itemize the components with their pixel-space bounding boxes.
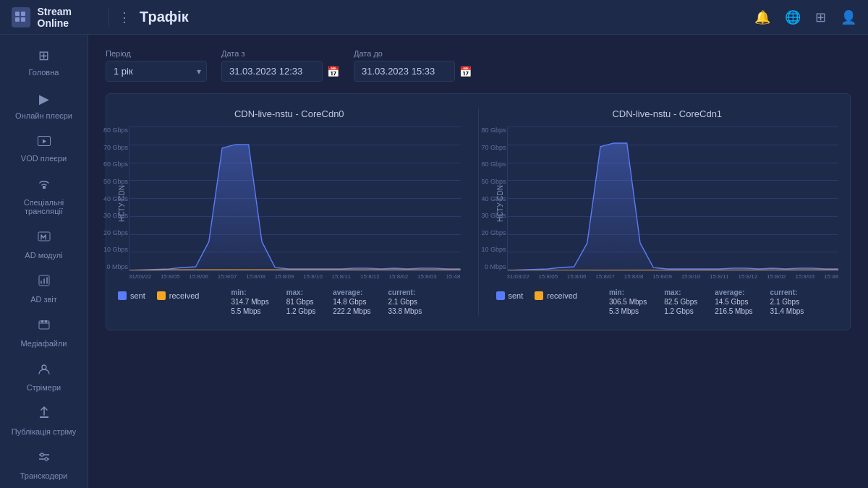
svg-rect-1	[21, 12, 25, 16]
svg-point-11	[42, 365, 46, 369]
sidebar-item-ad-modules[interactable]: AD модулі	[0, 223, 88, 267]
sent-label: sent	[130, 291, 145, 300]
received-dot	[157, 291, 166, 300]
sidebar-item-transcoders[interactable]: Транскодери	[0, 443, 88, 487]
sidebar-item-vod-players[interactable]: VOD плеєри	[0, 127, 88, 170]
chart-cdn1-area-wrap: НСТУ CDN 0 Mbps 10 Gbps 20 Gbps 30 Gbps …	[496, 127, 839, 280]
date-to-group: Дата до 📅	[354, 49, 472, 82]
sent-label: sent	[509, 291, 524, 300]
header-divider	[109, 7, 109, 27]
chart-cdn1-stats: min: 306.5 Mbps 5.3 Mbps max: 82.5 Gbps …	[592, 288, 804, 315]
sidebar-item-label: Публікація стріму	[12, 427, 76, 436]
stat-min: min: 314.7 Mbps 5.5 Mbps	[231, 288, 268, 315]
sidebar-item-home[interactable]: ⊞ Головна	[0, 40, 88, 84]
recv-current: 31.4 Mbps	[770, 307, 804, 315]
date-to-label: Дата до	[354, 49, 472, 58]
date-to-input-wrap: 📅	[354, 61, 472, 82]
sent-dot	[118, 291, 127, 300]
chart-cdn1-x-labels: 31/03/22 15:8/05 15:8/06 15:8/07 15:8/08…	[507, 273, 839, 280]
svg-rect-0	[15, 12, 20, 16]
sidebar-item-label: VOD плеєри	[21, 154, 67, 163]
header: Stream Online ⋮ Трафік 🔔 🌐 ⊞ 👤	[0, 0, 868, 35]
chart-cdn0-legend: sent received	[118, 291, 199, 300]
sidebar-item-label: Стрімери	[27, 383, 61, 392]
stat-max: max: 81 Gbps 1.2 Gbps	[286, 288, 316, 315]
chart-cdn0-stats: min: 314.7 Mbps 5.5 Mbps max: 81 Gbps 1.…	[213, 288, 422, 315]
stat-current: current: 2.1 Gbps 33.8 Mbps	[388, 288, 422, 315]
sidebar-item-label: Спеціальні трансляції	[6, 198, 82, 215]
page-menu-icon[interactable]: ⋮	[118, 9, 131, 25]
page-title: Трафік	[140, 9, 754, 25]
sidebar-item-label: Транскодери	[20, 471, 68, 480]
language-icon[interactable]: 🌐	[785, 9, 801, 25]
chart-cdn1-title: CDN-live-nstu - CoreCdn1	[496, 108, 839, 119]
current-label: current:	[388, 288, 422, 296]
sidebar: ⊞ Головна ▶ Онлайн плеєри VOD плеєри	[0, 35, 88, 488]
sidebar-item-special-broadcasts[interactable]: Спеціальні трансляції	[0, 170, 88, 223]
average-label: average:	[333, 288, 370, 296]
recv-min: 5.5 Mbps	[231, 307, 268, 315]
ad-report-icon	[38, 274, 51, 291]
legend-sent: sent	[118, 291, 145, 300]
svg-rect-10	[45, 320, 47, 322]
home-icon: ⊞	[38, 48, 49, 64]
chart-cdn0-x-labels: 31/03/22 15:8/05 15:8/06 15:8/07 15:8/08…	[129, 273, 461, 280]
chart-cdn1: CDN-live-nstu - CoreCdn1 НСТУ CDN 0 Mbps…	[496, 108, 839, 315]
chart-cdn0-y-labels: 0 Mbps 10 Gbps 20 Gbps 30 Gbps 40 Gbps 5…	[95, 127, 128, 270]
sent-average: 14.8 Gbps	[333, 298, 370, 306]
filters-bar: Період 1 рік 6 місяців 3 місяці 1 місяць…	[106, 49, 851, 82]
vod-icon	[38, 134, 51, 150]
sent-max: 82.5 Gbps	[664, 298, 697, 306]
chart-cdn0-title: CDN-live-nstu - CoreCdn0	[118, 108, 461, 119]
calendar-to-icon[interactable]: 📅	[459, 66, 472, 77]
received-dot	[535, 291, 543, 300]
play-icon: ▶	[39, 91, 49, 107]
date-from-input[interactable]	[221, 61, 323, 82]
chart-cdn0-area-wrap: НСТУ CDN 0 Mbps 10 Gbps 20 Gbps 30 Gbps …	[118, 127, 461, 280]
sidebar-item-online-players[interactable]: ▶ Онлайн плеєри	[0, 84, 88, 127]
apps-icon[interactable]: ⊞	[815, 9, 826, 25]
ad-modules-icon	[38, 230, 51, 247]
svg-rect-5	[43, 186, 46, 189]
publish-icon	[38, 406, 51, 423]
main-content: Період 1 рік 6 місяців 3 місяці 1 місяць…	[88, 35, 868, 488]
average-label: average:	[715, 288, 752, 296]
recv-average: 222.2 Mbps	[333, 307, 370, 315]
sidebar-item-ad-report[interactable]: AD звіт	[0, 267, 88, 311]
sidebar-item-publish-stream[interactable]: Публікація стріму	[0, 399, 88, 443]
date-from-label: Дата з	[221, 49, 339, 58]
svg-rect-2	[15, 17, 20, 22]
streamers-icon	[38, 362, 51, 379]
period-select[interactable]: 1 рік 6 місяців 3 місяці 1 місяць 1 тижд…	[106, 61, 207, 82]
broadcast-icon	[38, 177, 51, 194]
recv-average: 216.5 Mbps	[715, 307, 752, 315]
date-to-input[interactable]	[354, 61, 455, 82]
sent-current: 2.1 Gbps	[388, 298, 422, 306]
user-icon[interactable]: 👤	[841, 9, 856, 25]
svg-rect-8	[39, 321, 49, 329]
svg-point-12	[41, 453, 43, 456]
sent-min: 306.5 Mbps	[609, 298, 647, 306]
layout: ⊞ Головна ▶ Онлайн плеєри VOD плеєри	[0, 35, 868, 488]
stat-average: average: 14.8 Gbps 222.2 Mbps	[333, 288, 370, 315]
calendar-from-icon[interactable]: 📅	[327, 66, 339, 77]
chart-cdn1-legend: sent received	[496, 291, 577, 300]
sent-max: 81 Gbps	[286, 298, 316, 306]
chart-cdn0-area: 0 Mbps 10 Gbps 20 Gbps 30 Gbps 40 Gbps 5…	[129, 127, 461, 271]
sidebar-item-mediafiles[interactable]: Медіафайли	[0, 311, 88, 355]
transcoders-icon	[38, 450, 51, 467]
chart-cdn0: CDN-live-nstu - CoreCdn0 НСТУ CDN 0 Mbps…	[118, 108, 461, 315]
sidebar-item-label: AD модулі	[25, 251, 62, 260]
date-from-group: Дата з 📅	[221, 49, 339, 82]
period-label: Період	[106, 49, 207, 58]
chart-cdn1-area: 0 Mbps 10 Gbps 20 Gbps 30 Gbps 40 Gbps 5…	[507, 127, 839, 271]
recv-max: 1.2 Gbps	[664, 307, 697, 315]
notification-icon[interactable]: 🔔	[754, 9, 770, 25]
logo-icon	[12, 7, 30, 27]
sidebar-item-label: Медіафайли	[20, 339, 67, 348]
received-label: received	[547, 291, 577, 300]
sidebar-item-streamers[interactable]: Стрімери	[0, 355, 88, 399]
sent-min: 314.7 Mbps	[231, 298, 268, 306]
app-logo: Stream Online	[12, 6, 100, 29]
sidebar-item-label: Онлайн плеєри	[15, 111, 72, 120]
